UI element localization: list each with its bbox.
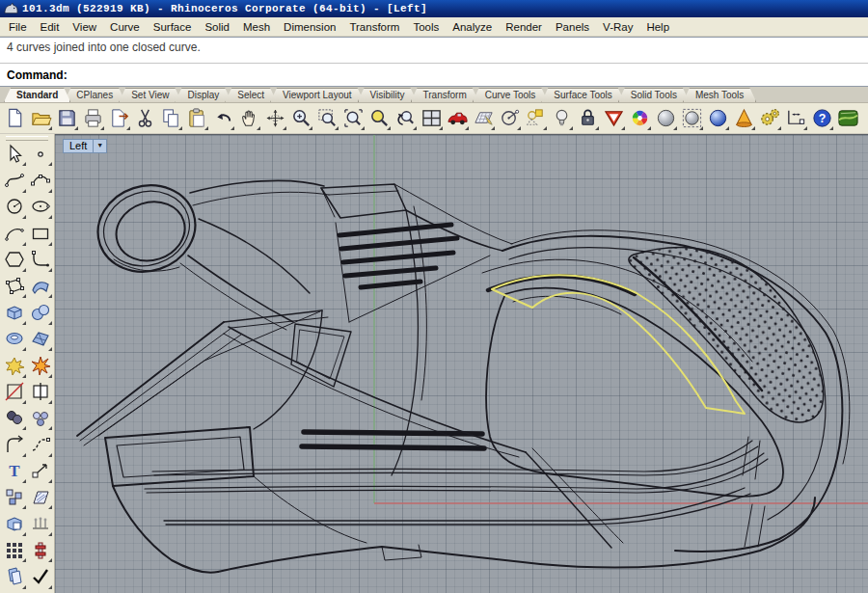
blocks-button[interactable] [1,484,27,510]
menu-item-help[interactable]: Help [639,19,676,35]
copy-button[interactable] [158,104,184,132]
ellipse-button[interactable] [27,194,53,220]
surface-patch-button[interactable] [27,326,53,352]
surface-from-points-button[interactable] [1,273,27,299]
select-arrow-button[interactable] [1,141,27,167]
viewport-layout-button[interactable] [419,104,445,132]
menu-item-view[interactable]: View [66,19,103,35]
cut-button[interactable] [132,104,158,132]
split-button[interactable] [27,379,53,405]
zoom-window-button[interactable] [314,104,340,132]
menu-item-dimension[interactable]: Dimension [277,19,342,35]
viewport-title[interactable]: Left ▼ [63,139,107,153]
car-button[interactable] [445,104,471,132]
explode-button[interactable] [27,352,53,378]
tab-surface-tools[interactable]: Surface Tools [541,88,624,102]
tab-select[interactable]: Select [225,88,277,102]
tab-mesh-tools[interactable]: Mesh Tools [683,88,756,102]
help-button[interactable]: ? [809,104,835,132]
tab-curve-tools[interactable]: Curve Tools [473,88,549,102]
tab-viewport-layout[interactable]: Viewport Layout [270,88,365,102]
torus-button[interactable] [1,326,27,352]
chevron-down-icon[interactable]: ▼ [94,139,107,153]
polygon-button[interactable] [1,247,27,273]
rhino-logo-icon[interactable] [4,2,18,15]
zoom-previous-button[interactable] [393,104,419,132]
vray-material-button[interactable] [601,104,627,132]
fillet-curve-button[interactable] [1,431,27,457]
edit-point-curve-button[interactable] [27,167,53,193]
undo-button[interactable] [210,104,236,132]
command-line[interactable]: Command: [0,64,868,86]
tab-set-view[interactable]: Set View [119,88,181,102]
menu-item-solid[interactable]: Solid [198,19,236,35]
menu-item-transform[interactable]: Transform [342,19,406,35]
tab-display[interactable]: Display [175,88,231,102]
array-grid-button[interactable] [1,537,27,563]
options-gears-button[interactable] [757,104,783,132]
clamp-button[interactable] [27,537,53,563]
puzzle-connector-button[interactable] [1,352,27,378]
lamp-button[interactable] [549,104,575,132]
rotate-view-button[interactable] [262,104,288,132]
circle-osnap-button[interactable] [497,104,523,132]
rendered-scene-button[interactable] [835,104,861,132]
pan-view-button[interactable] [236,104,262,132]
arc-button[interactable] [1,220,27,246]
tab-visibility[interactable]: Visibility [358,88,418,102]
move-point-button[interactable] [27,458,53,484]
menu-item-render[interactable]: Render [499,19,549,35]
viewport-label[interactable]: Left [63,139,94,153]
tab-cplanes[interactable]: CPlanes [64,88,125,102]
open-file-button[interactable] [28,104,54,132]
menu-item-edit[interactable]: Edit [34,19,67,35]
menu-item-panels[interactable]: Panels [549,19,596,35]
boolean-cube-button[interactable] [1,510,27,536]
trim-button[interactable] [1,379,27,405]
text-button[interactable]: T [1,458,27,484]
menu-item-surface[interactable]: Surface [147,19,199,35]
menu-item-analyze[interactable]: Analyze [446,19,499,35]
menu-item-file[interactable]: File [2,19,34,35]
zoom-in-button[interactable] [288,104,314,132]
menu-item-curve[interactable]: Curve [103,19,147,35]
point-button[interactable] [27,141,53,167]
command-input[interactable] [73,68,861,82]
tab-transform[interactable]: Transform [411,88,479,102]
join-button[interactable] [1,405,27,431]
group-button[interactable] [27,405,53,431]
cplane-map-button[interactable] [471,104,497,132]
lock-button[interactable] [575,104,601,132]
rectangle-button[interactable] [27,220,53,246]
save-file-button[interactable] [54,104,80,132]
menu-item-mesh[interactable]: Mesh [236,19,277,35]
export-button[interactable] [106,104,132,132]
raytrace-sphere-button[interactable] [705,104,731,132]
menu-item-tools[interactable]: Tools [406,19,446,35]
zoom-selected-button[interactable] [366,104,393,132]
paste-button[interactable] [184,104,210,132]
wireframe-canvas[interactable] [55,135,868,593]
array-pins-button[interactable] [27,510,53,536]
tab-standard[interactable]: Standard [4,88,70,102]
box-button[interactable] [1,299,27,325]
dimension-button[interactable] [783,104,809,132]
new-file-button[interactable] [2,104,28,132]
color-wheel-button[interactable] [627,104,653,132]
corner-curve-button[interactable] [27,247,53,273]
render-sphere-button[interactable] [653,104,679,132]
circle-button[interactable] [1,194,27,220]
tab-solid-tools[interactable]: Solid Tools [618,88,690,102]
zoom-extents-button[interactable] [340,104,366,132]
title-bar[interactable]: 101.3dm (522919 KB) - Rhinoceros Corpora… [0,0,868,17]
menu-item-vray[interactable]: V-Ray [596,19,639,35]
left-viewport[interactable]: Left ▼ [55,134,868,593]
copy-sheets-button[interactable] [1,563,27,589]
spheres-button[interactable] [27,299,53,325]
vray-cone-button[interactable] [731,104,757,132]
blend-curve-button[interactable] [27,431,53,457]
hatch-button[interactable] [27,484,53,510]
control-point-curve-button[interactable] [1,167,27,193]
render-in-window-button[interactable] [679,104,705,132]
curved-surface-button[interactable] [27,273,53,299]
